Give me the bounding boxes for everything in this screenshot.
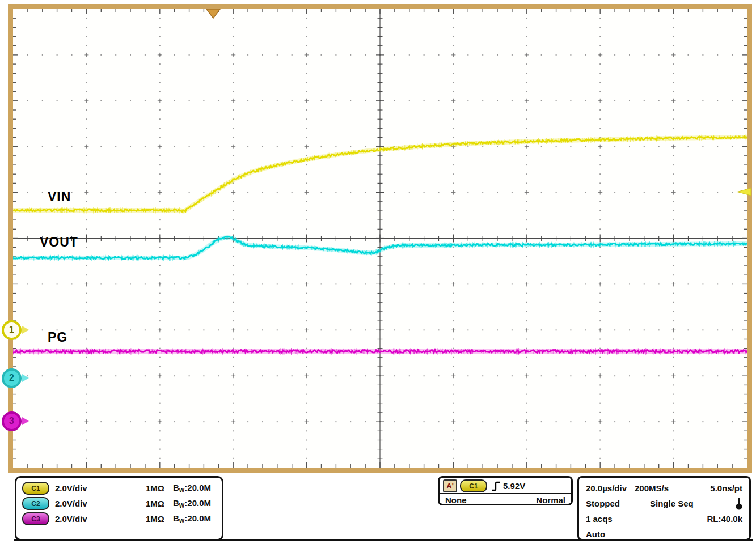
trigger-source-row: A' C1 5.92V [440, 478, 571, 494]
channel-3-badge[interactable]: C3 [22, 512, 49, 525]
trigger-level-arrow-icon[interactable] [735, 187, 752, 197]
single-seq-thermometer-icon [736, 497, 742, 511]
acquisition-mode[interactable]: Single Seq [650, 499, 694, 508]
channel-3-settings-row: C3 2.0V/div 1MΩ BW:20.0M [22, 511, 222, 526]
channel-1-impedance: 1MΩ [146, 483, 164, 493]
timebase-value[interactable]: 20.0µs/div [586, 483, 627, 493]
trigger-holdoff-mode[interactable]: None [445, 495, 467, 505]
channel-1-bandwidth: BW:20.0M [173, 483, 211, 494]
acquisition-count: 1 acqs [586, 514, 613, 524]
channel-1-marker-number: 1 [2, 320, 22, 340]
channel-1-settings-row: C1 2.0V/div 1MΩ BW:20.0M [22, 481, 222, 496]
acquisition-count-row: 1 acqs RL:40.0k [586, 511, 742, 526]
channel-3-position-marker[interactable]: 3 [2, 411, 29, 431]
channel-2-scale[interactable]: 2.0V/div [55, 499, 87, 508]
trigger-auto-mode[interactable]: Auto [586, 529, 605, 539]
channel-2-badge[interactable]: C2 [22, 497, 49, 510]
acquisition-state-row: Stopped Single Seq [586, 496, 742, 511]
channel-3-marker-number: 3 [2, 411, 22, 431]
trigger-source-badge[interactable]: C1 [460, 479, 487, 492]
graticule-frame [8, 4, 752, 473]
acquisition-state: Stopped [586, 499, 650, 508]
trace-label-vout: VOUT [40, 235, 78, 250]
rising-edge-slope-icon [491, 480, 501, 492]
channel-3-impedance: 1MΩ [146, 514, 164, 524]
trigger-level-value[interactable]: 5.92V [503, 481, 525, 491]
channel-2-settings-row: C2 2.0V/div 1MΩ BW:20.0M [22, 496, 222, 511]
trace-label-vin: VIN [48, 189, 71, 205]
sample-rate: 200MS/s [635, 483, 669, 493]
channel-2-bandwidth: BW:20.0M [173, 498, 211, 509]
channel-settings-panel: C1 2.0V/div 1MΩ BW:20.0M C2 2.0V/div 1MΩ… [15, 476, 223, 541]
trigger-mode-row: None Normal [440, 494, 571, 506]
timebase-row: 20.0µs/div 200MS/s 5.0ns/pt [586, 481, 742, 496]
waveform-plot [13, 9, 747, 468]
channel-3-scale[interactable]: 2.0V/div [55, 514, 87, 524]
channel-1-scale[interactable]: 2.0V/div [55, 483, 87, 493]
trace-label-pg: PG [48, 330, 67, 345]
channel-3-marker-arrow-icon [22, 417, 29, 425]
channel-2-marker-arrow-icon [22, 374, 29, 382]
trigger-position-marker-icon[interactable] [205, 9, 221, 19]
channel-1-position-marker[interactable]: 1 [2, 320, 29, 339]
channel-2-position-marker[interactable]: 2 [2, 368, 29, 388]
bottom-divider-line [14, 539, 753, 541]
oscilloscope-screenshot: { "labels": { "vin": "VIN", "vout": "VOU… [0, 0, 756, 544]
record-length[interactable]: RL:40.0k [707, 514, 742, 524]
trigger-a-badge[interactable]: A' [443, 479, 457, 492]
sample-resolution: 5.0ns/pt [710, 483, 742, 493]
trigger-panel: A' C1 5.92V None Normal [438, 476, 573, 505]
horizontal-acquisition-panel: 20.0µs/div 200MS/s 5.0ns/pt Stopped Sing… [577, 476, 751, 541]
channel-2-marker-number: 2 [2, 368, 22, 388]
channel-1-badge[interactable]: C1 [22, 482, 49, 495]
channel-1-marker-arrow-icon [22, 326, 29, 334]
channel-2-impedance: 1MΩ [146, 499, 164, 508]
trigger-type[interactable]: Normal [536, 495, 565, 505]
channel-3-bandwidth: BW:20.0M [173, 513, 211, 524]
